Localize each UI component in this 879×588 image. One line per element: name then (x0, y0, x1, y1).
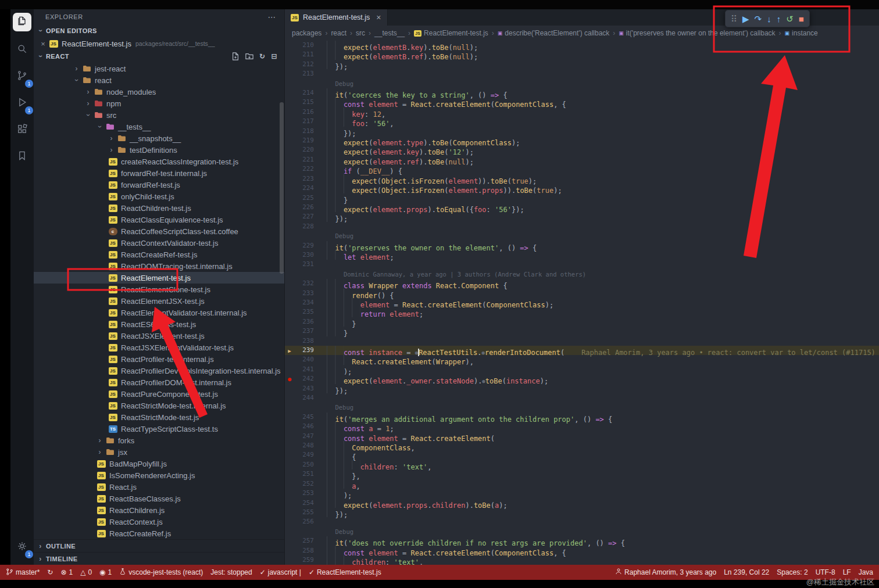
gutter-glyph[interactable] (285, 489, 294, 498)
tree-item-badmappolyfill-js[interactable]: JSBadMapPolyfill.js (34, 458, 284, 469)
code-line-239[interactable]: ▶239const instance = ●ReactTestUtils.●re… (285, 346, 879, 355)
tree-item-jsx[interactable]: ›jsx (34, 446, 284, 458)
code-line-229[interactable]: 229it('preserves the owner on the elemen… (285, 241, 879, 250)
tree-item-issomerendereracting-js[interactable]: JSIsSomeRendererActing.js (34, 469, 284, 481)
tree-item-reactchildren-js[interactable]: JSReactChildren.js (34, 504, 284, 516)
gutter-glyph[interactable] (285, 212, 294, 221)
tree-item-tests[interactable]: ›__tests__ (34, 121, 284, 132)
code-line-257[interactable]: 257it('does not override children if no … (285, 536, 879, 546)
open-editor-item[interactable]: × JS ReactElement-test.js packages/react… (34, 37, 284, 50)
gutter-glyph[interactable] (285, 441, 294, 450)
code-line-224[interactable]: 224expect(Object.isFrozen(element.props)… (285, 184, 879, 193)
tree-item-reactpurecomponent-test-js[interactable]: JSReactPureComponent-test.js (34, 388, 284, 400)
tree-item-reactjsxelementvalidator-test-js[interactable]: JSReactJSXElementValidator-test.js (34, 342, 284, 353)
code-line-233[interactable]: 233render() { (285, 289, 879, 298)
codelens-debug-link[interactable]: Debug (285, 79, 879, 88)
code-line-235[interactable]: 235return element; (285, 307, 879, 317)
tree-item-src[interactable]: ›src (34, 109, 284, 121)
gutter-glyph[interactable] (285, 136, 294, 145)
code-line-252[interactable]: 252a, (285, 479, 879, 489)
debug-toolbar-drag-handle[interactable]: ⠿ (731, 15, 737, 23)
code-line-245[interactable]: 245it('merges an additional argument ont… (285, 413, 879, 422)
code-line-242[interactable]: ●242expect(element._owner.stateNode).●to… (285, 374, 879, 383)
tree-item-reactcreateref-js[interactable]: JSReactCreateRef.js (34, 528, 284, 539)
gutter-glyph[interactable] (285, 222, 294, 231)
status-info-count[interactable]: ◉1 (99, 568, 112, 576)
gutter-glyph[interactable] (285, 422, 294, 431)
refresh-icon[interactable]: ↻ (259, 52, 265, 60)
tree-item-onlychild-test-js[interactable]: JSonlyChild-test.js (34, 191, 284, 202)
code-line-221[interactable]: 221expect(element.ref).toBe(null); (285, 155, 879, 164)
tree-item-reactcontextvalidator-test-js[interactable]: JSReactContextValidator-test.js (34, 237, 284, 249)
gutter-glyph[interactable] (285, 69, 294, 78)
breadcrumb-item-tests[interactable]: __tests__ (374, 29, 405, 37)
debug-step-over-button[interactable]: ↷ (755, 15, 762, 23)
tree-item-snapshots[interactable]: ›__snapshots__ (34, 132, 284, 144)
current-line-arrow-icon[interactable]: ▶ (285, 346, 294, 355)
code-line-211[interactable]: 211expect(elementB.ref).toBe(null); (285, 50, 879, 59)
sidebar-scrollbar[interactable] (280, 102, 284, 274)
project-section-header[interactable]: › REACT ↻ ⊟ (34, 50, 284, 63)
tab-reactelement-test[interactable]: JS ReactElement-test.js × (285, 9, 388, 26)
gutter-glyph[interactable] (285, 307, 294, 317)
close-icon[interactable]: × (38, 40, 48, 48)
tree-item-reactjsxelement-test-js[interactable]: JSReactJSXElement-test.js (34, 330, 284, 342)
tree-item-reacttypescriptclass-test-ts[interactable]: TSReactTypeScriptClass-test.ts (34, 423, 284, 435)
gutter-glyph[interactable] (285, 203, 294, 212)
codelens-debug-link[interactable]: Debug (285, 527, 879, 536)
tree-item-reactelementjsx-test-js[interactable]: JSReactElementJSX-test.js (34, 295, 284, 307)
code-line-238[interactable]: 238 (285, 336, 879, 346)
status-jest-file[interactable]: ✓ReactElement-test.js (309, 568, 381, 576)
tree-item-reactcoffeescriptclass-test-coffee[interactable]: cReactCoffeeScriptClass-test.coffee (34, 225, 284, 237)
tree-item-reactdomtracing-test-internal-js[interactable]: JSReactDOMTracing-test.internal.js (34, 260, 284, 272)
code-line-214[interactable]: 214it('coerces the key to a string', () … (285, 88, 879, 98)
status-sync-changes[interactable]: ↻ (47, 568, 53, 576)
tree-item-reactelementvalidator-test-internal-js[interactable]: JSReactElementValidator-test.internal.js (34, 307, 284, 318)
activity-run-debug-button[interactable]: 1 (12, 92, 32, 115)
code-line-219[interactable]: 219expect(element.type).toBe(ComponentCl… (285, 136, 879, 145)
gutter-glyph[interactable] (285, 117, 294, 126)
gutter-glyph[interactable] (285, 555, 294, 565)
open-editors-header[interactable]: › OPEN EDITORS (34, 24, 284, 37)
tree-item-reactclassequivalence-test-js[interactable]: JSReactClassEquivalence-test.js (34, 214, 284, 225)
gutter-glyph[interactable] (285, 155, 294, 164)
status-warning-count[interactable]: △0 (80, 568, 92, 576)
gutter-glyph[interactable] (285, 88, 294, 98)
code-line-215[interactable]: 215const element = React.createElement(C… (285, 98, 879, 107)
gutter-glyph[interactable] (285, 336, 294, 346)
close-icon[interactable]: × (376, 13, 381, 22)
gutter-glyph[interactable] (285, 479, 294, 489)
gutter-glyph[interactable] (285, 413, 294, 422)
breadcrumb-item-packages[interactable]: packages (292, 29, 321, 37)
status-cursor-position[interactable]: Ln 239, Col 22 (724, 568, 769, 576)
activity-explorer-button[interactable] (13, 13, 31, 31)
tree-item-react-js[interactable]: JSReact.js (34, 481, 284, 493)
status-error-count[interactable]: ⊗1 (60, 568, 73, 576)
breadcrumb-item-it-preserves-the-owner-on-the-[interactable]: ▣it('preserves the owner on the element'… (619, 29, 775, 37)
tree-item-forwardref-test-internal-js[interactable]: JSforwardRef-test.internal.js (34, 167, 284, 179)
status-git-blame-info[interactable]: Raphael Amorim, 3 years ago (615, 568, 716, 577)
code-line-248[interactable]: 248ComponentClass, (285, 441, 879, 450)
code-line-234[interactable]: 234element = React.createElement(Compone… (285, 298, 879, 307)
tree-item-reactstrictmode-test-internal-js[interactable]: JSReactStrictMode-test.internal.js (34, 400, 284, 411)
breadcrumb-item-reactelement-test-js[interactable]: JSReactElement-test.js (414, 29, 488, 37)
code-line-228[interactable]: 228 (285, 222, 879, 231)
activity-source-control-button[interactable]: 1 (12, 65, 32, 88)
code-line-223[interactable]: 223expect(Object.isFrozen(element)).toBe… (285, 174, 879, 184)
status-git-branch[interactable]: master* (6, 568, 40, 578)
tree-item-createreactclassintegration-test-js[interactable]: JScreateReactClassIntegration-test.js (34, 156, 284, 167)
gutter-glyph[interactable] (285, 536, 294, 546)
breadcrumb-item-instance[interactable]: ▣instance (785, 29, 818, 37)
activity-settings-button[interactable]: 1 (12, 536, 32, 559)
breadcrumb-item-react[interactable]: react (331, 29, 346, 37)
gutter-glyph[interactable] (285, 355, 294, 364)
breadcrumb-item-describe-reactelement-callback[interactable]: ▣describe('ReactElement') callback (498, 29, 610, 37)
code-line-259[interactable]: 259children: 'text', (285, 555, 879, 565)
status-eol-sequence[interactable]: LF (843, 568, 851, 576)
tree-item-reactprofilerdevtoolsintegration-test-internal-js[interactable]: JSReactProfilerDevToolsIntegration-test.… (34, 365, 284, 377)
code-line-222[interactable]: 222if (__DEV__) { (285, 164, 879, 174)
code-line-230[interactable]: 230let element; (285, 250, 879, 260)
code-line-213[interactable]: 213 (285, 69, 879, 78)
debug-step-into-button[interactable]: ↓ (767, 15, 771, 23)
status-jest-status[interactable]: Jest: stopped (210, 568, 252, 576)
